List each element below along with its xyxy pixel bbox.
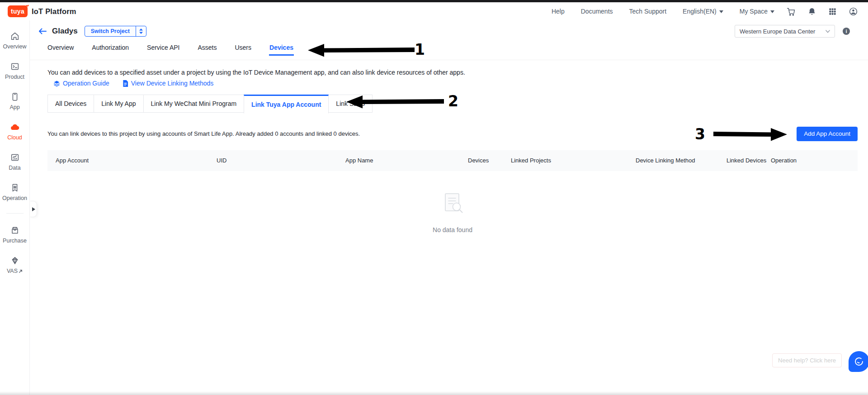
apps-grid-icon[interactable] (828, 7, 837, 16)
description-text: You can add devices to a specified asset… (47, 69, 465, 76)
package-icon (10, 225, 20, 235)
tech-support-link[interactable]: Tech Support (629, 8, 667, 15)
column-header: Device Linking Method (636, 157, 726, 164)
sidebar-item-label: Purchase (3, 238, 27, 244)
operation-guide-label: Operation Guide (63, 78, 109, 89)
table-header-row: App Account UID App Name Devices Linked … (47, 150, 858, 171)
info-icon[interactable]: i (843, 28, 850, 35)
document-icon (123, 80, 128, 87)
sidebar-item-cloud[interactable]: Cloud (0, 122, 29, 141)
subtab-link-saas[interactable]: Link SaaS (328, 95, 373, 113)
bell-icon[interactable] (807, 7, 816, 16)
sidebar-item-label: App (9, 104, 19, 110)
sidebar-item-label: Operation (2, 195, 27, 201)
language-dropdown[interactable]: English(EN) (683, 8, 723, 15)
sidebar-item-app[interactable]: App (0, 92, 29, 110)
page-description: You can add devices to a specified asset… (47, 67, 478, 89)
sidebar-item-product[interactable]: Product (0, 62, 29, 80)
sidebar-item-label: Cloud (7, 134, 22, 141)
column-header: Linked Devices (726, 157, 771, 164)
my-space-label: My Space (740, 8, 768, 15)
chevron-down-icon (826, 30, 830, 33)
sidebar-expand-handle[interactable] (30, 201, 37, 217)
tuya-logo: tuya (8, 5, 28, 17)
caret-down-icon (719, 10, 723, 13)
help-link[interactable]: Help (552, 8, 565, 15)
no-data-icon (440, 192, 465, 215)
switch-project-button[interactable]: Switch Project (85, 26, 146, 37)
account-info-text: You can link devices to this project by … (47, 130, 360, 137)
sidebar-item-operation[interactable]: Operation (0, 183, 29, 201)
topbar: tuya IoT Platform Help Documents Tech Su… (0, 2, 868, 20)
layers-icon (53, 80, 60, 87)
sidebar-item-overview[interactable]: Overview (0, 31, 29, 50)
help-label: Help (552, 8, 565, 15)
swap-vertical-icon (136, 26, 146, 36)
add-app-account-button[interactable]: Add App Account (797, 127, 858, 141)
data-center-select[interactable]: Western Europe Data Center (735, 25, 835, 38)
column-header: Operation (771, 157, 858, 164)
phone-icon (10, 92, 20, 102)
tuya-logo-text: tuya (11, 8, 24, 15)
subtab-link-my-app[interactable]: Link My App (94, 95, 143, 113)
my-space-dropdown[interactable]: My Space (740, 8, 774, 15)
sidebar-divider (6, 213, 24, 214)
sidebar-item-vas[interactable]: VAS (0, 256, 29, 274)
subtab-link-tuya-app-account[interactable]: Link Tuya App Account (244, 95, 329, 114)
column-header: App Account (47, 157, 217, 164)
project-tabs-bar: Overview Authorization Service API Asset… (30, 44, 868, 60)
tab-overview[interactable]: Overview (47, 44, 74, 56)
switch-project-label: Switch Project (85, 26, 136, 36)
documents-link[interactable]: Documents (581, 8, 613, 15)
sidebar-item-label: VAS (7, 268, 18, 274)
project-name: Gladys (52, 27, 78, 36)
cloud-icon (9, 122, 20, 132)
column-header: Linked Projects (511, 157, 636, 164)
view-linking-methods-label: View Device Linking Methods (131, 78, 214, 89)
bookmark-star-icon (10, 183, 20, 193)
platform-title: IoT Platform (32, 7, 76, 16)
language-label: English(EN) (683, 8, 717, 15)
subtab-all-devices[interactable]: All Devices (47, 95, 94, 113)
empty-state: No data found (47, 192, 858, 233)
tab-devices[interactable]: Devices (269, 44, 293, 56)
view-linking-methods-link[interactable]: View Device Linking Methods (123, 78, 214, 89)
home-icon (10, 31, 20, 41)
chat-support-button[interactable] (849, 351, 868, 372)
sidebar-item-data[interactable]: Data (0, 152, 29, 171)
caret-down-icon (770, 10, 774, 13)
project-header: Gladys Switch Project Western Europe Dat… (38, 25, 850, 38)
gem-icon (10, 256, 20, 266)
tab-service-api[interactable]: Service API (147, 44, 179, 56)
signal-arcs-icon (24, 3, 31, 10)
terminal-icon (10, 62, 20, 71)
column-header: UID (217, 157, 345, 164)
operation-guide-link[interactable]: Operation Guide (53, 78, 109, 89)
no-data-text: No data found (433, 226, 472, 233)
chart-icon (10, 152, 20, 162)
subtab-link-wechat[interactable]: Link My WeChat Mini Program (143, 95, 245, 113)
help-tooltip: Need help? Click here (772, 353, 842, 367)
back-arrow-icon[interactable] (38, 28, 47, 35)
chevron-right-icon (32, 207, 35, 211)
sidebar-item-label: Data (9, 165, 20, 171)
sidebar-item-label: Product (5, 74, 24, 80)
device-subtabs: All Devices Link My App Link My WeChat M… (47, 95, 858, 113)
tab-authorization[interactable]: Authorization (92, 44, 129, 56)
account-icon[interactable] (849, 7, 858, 16)
documents-label: Documents (581, 8, 613, 15)
sidebar: Overview Product App Cloud Data (0, 20, 30, 395)
brand[interactable]: tuya IoT Platform (8, 5, 76, 17)
cart-icon[interactable] (786, 7, 796, 16)
tab-assets[interactable]: Assets (198, 44, 217, 56)
external-link-icon (19, 269, 23, 273)
tab-users[interactable]: Users (235, 44, 251, 56)
account-info-row: You can link devices to this project by … (47, 127, 858, 141)
tech-support-label: Tech Support (629, 8, 667, 15)
chat-smile-icon (853, 356, 865, 367)
data-center-value: Western Europe Data Center (740, 28, 815, 35)
column-header: App Name (345, 157, 468, 164)
column-header: Devices (468, 157, 511, 164)
sidebar-item-purchase[interactable]: Purchase (0, 225, 29, 244)
main-content: Gladys Switch Project Western Europe Dat… (30, 20, 868, 395)
